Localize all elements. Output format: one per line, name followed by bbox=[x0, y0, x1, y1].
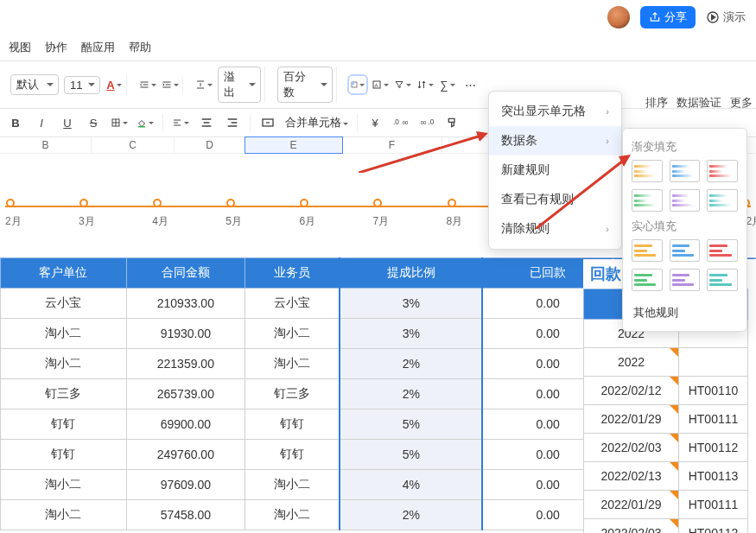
cell[interactable]: HT00110 bbox=[679, 377, 748, 405]
table-row[interactable]: 2022/02/03HT00112 bbox=[584, 519, 748, 534]
cell[interactable]: 淘小二 bbox=[245, 349, 340, 379]
italic-icon[interactable]: I bbox=[33, 114, 50, 131]
valign-icon[interactable] bbox=[195, 76, 213, 93]
cell[interactable]: 2022/01/29 bbox=[584, 491, 679, 519]
table-row[interactable]: 2022/02/03HT00112 bbox=[584, 434, 748, 462]
font-size-select[interactable]: 11 bbox=[64, 76, 100, 94]
db-swatch[interactable] bbox=[632, 239, 663, 262]
cell[interactable]: 2% bbox=[340, 349, 482, 379]
col-B[interactable]: B bbox=[0, 137, 92, 153]
numfmt-select[interactable]: 百分数 bbox=[277, 67, 333, 103]
col-E[interactable]: E bbox=[245, 137, 342, 153]
cell[interactable]: 钉钉 bbox=[1, 409, 127, 440]
cell[interactable]: 2022/02/12 bbox=[584, 377, 679, 405]
font-family-select[interactable]: 默认 bbox=[10, 74, 59, 95]
cell[interactable]: 淘小二 bbox=[1, 319, 127, 349]
table-row[interactable]: 2022 bbox=[584, 348, 748, 377]
menu-apps[interactable]: 酷应用 bbox=[81, 40, 115, 55]
col-F[interactable]: F bbox=[342, 137, 442, 153]
cell[interactable]: 钉钉 bbox=[1, 440, 127, 470]
cell[interactable]: 钉三多 bbox=[245, 379, 340, 409]
cell[interactable]: 69900.00 bbox=[126, 409, 245, 440]
currency-icon[interactable]: ¥ bbox=[366, 114, 384, 131]
cell[interactable]: 2022 bbox=[584, 348, 679, 377]
present-button[interactable]: 演示 bbox=[706, 10, 746, 25]
cell[interactable]: 淘小二 bbox=[1, 349, 127, 379]
cell[interactable]: 4% bbox=[340, 470, 482, 500]
cell[interactable]: 97609.00 bbox=[126, 470, 245, 500]
cell[interactable]: 钉三多 bbox=[1, 379, 127, 409]
underline-icon[interactable]: U bbox=[59, 114, 76, 131]
fill-color-icon[interactable] bbox=[137, 114, 154, 131]
decimal-inc-icon[interactable]: .0.00 bbox=[392, 114, 410, 131]
overflow-select[interactable]: 溢出 bbox=[218, 67, 261, 103]
bold-icon[interactable]: B bbox=[7, 114, 24, 131]
align-right-icon[interactable] bbox=[224, 114, 241, 131]
db-swatch[interactable] bbox=[632, 160, 663, 182]
db-swatch[interactable] bbox=[670, 239, 701, 262]
cf-databar[interactable]: 数据条 › bbox=[489, 126, 621, 155]
cell[interactable]: 淘小二 bbox=[245, 500, 340, 530]
cell[interactable]: 云小宝 bbox=[245, 289, 340, 319]
merge-label[interactable]: 合并单元格 bbox=[285, 115, 348, 130]
db-swatch[interactable] bbox=[670, 189, 701, 212]
indent-increase-icon[interactable] bbox=[162, 76, 179, 93]
cell[interactable]: 钉钉 bbox=[245, 440, 340, 470]
toolbar-datavalidate-label[interactable]: 数据验证 bbox=[677, 95, 721, 111]
cell[interactable]: 5% bbox=[340, 440, 482, 470]
db-swatch[interactable] bbox=[632, 189, 663, 212]
cell-style-icon[interactable]: A bbox=[372, 76, 389, 93]
cond-format-icon[interactable] bbox=[349, 76, 366, 93]
cell[interactable]: 3% bbox=[340, 319, 482, 349]
cell[interactable]: 249760.00 bbox=[126, 440, 245, 470]
more-icon[interactable]: ⋯ bbox=[461, 76, 479, 93]
cf-viewrule[interactable]: 查看已有规则 bbox=[489, 185, 621, 214]
cell[interactable]: 2022/02/03 bbox=[584, 519, 679, 534]
decimal-dec-icon[interactable]: .00.0 bbox=[418, 114, 435, 131]
sigma-icon[interactable]: ∑ bbox=[439, 76, 456, 93]
cell[interactable]: 2% bbox=[340, 500, 482, 530]
cell[interactable]: 91930.00 bbox=[126, 319, 245, 349]
share-button[interactable]: 分享 bbox=[640, 6, 696, 29]
cell[interactable]: 淘小二 bbox=[245, 470, 340, 500]
table-row[interactable]: 2022/02/13HT00113 bbox=[584, 462, 748, 491]
cf-clear[interactable]: 清除规则 › bbox=[489, 214, 621, 244]
toolbar-more-label[interactable]: 更多 bbox=[730, 95, 753, 111]
db-swatch[interactable] bbox=[707, 239, 738, 262]
sort-icon[interactable] bbox=[416, 76, 434, 93]
db-swatch[interactable] bbox=[632, 269, 663, 291]
cell[interactable]: HT00112 bbox=[679, 434, 748, 462]
cell[interactable]: 淘小二 bbox=[1, 500, 127, 530]
th-ratio[interactable]: 提成比例 bbox=[340, 258, 482, 289]
table-row[interactable]: 2022/01/29HT00111 bbox=[584, 491, 748, 519]
db-swatch[interactable] bbox=[707, 189, 738, 212]
cf-highlight[interactable]: 突出显示单元格 › bbox=[489, 97, 621, 126]
cell[interactable]: 钉钉 bbox=[245, 409, 340, 440]
cell[interactable]: 5% bbox=[340, 409, 482, 440]
col-D[interactable]: D bbox=[175, 137, 245, 153]
cell[interactable]: 3% bbox=[340, 289, 482, 319]
cell[interactable]: 云小宝 bbox=[1, 289, 127, 319]
cell[interactable]: 265739.00 bbox=[126, 379, 245, 409]
cell[interactable]: 2022/02/13 bbox=[584, 462, 679, 491]
strike-icon[interactable]: S bbox=[85, 114, 102, 131]
border-icon[interactable] bbox=[111, 114, 128, 131]
cell[interactable]: 210933.00 bbox=[126, 289, 245, 319]
cell[interactable]: HT00111 bbox=[679, 405, 748, 434]
cf-newrule[interactable]: 新建规则 bbox=[489, 155, 621, 185]
cell[interactable]: 57458.00 bbox=[126, 500, 245, 530]
cell[interactable]: 2% bbox=[340, 379, 482, 409]
db-swatch[interactable] bbox=[707, 269, 738, 291]
align-center-icon[interactable] bbox=[198, 114, 215, 131]
cell[interactable] bbox=[679, 348, 748, 377]
menu-collab[interactable]: 协作 bbox=[45, 40, 67, 55]
db-swatch[interactable] bbox=[670, 269, 701, 291]
toolbar-sort-label[interactable]: 排序 bbox=[645, 95, 668, 111]
db-swatch[interactable] bbox=[707, 160, 738, 182]
menu-help[interactable]: 帮助 bbox=[129, 40, 151, 55]
align-left-icon[interactable] bbox=[172, 114, 189, 131]
merge-cells-icon[interactable] bbox=[259, 114, 276, 131]
table-row[interactable]: 2022/01/29HT00111 bbox=[584, 405, 748, 434]
th-customer[interactable]: 客户单位 bbox=[1, 258, 127, 289]
th-sales[interactable]: 业务员 bbox=[245, 258, 340, 289]
